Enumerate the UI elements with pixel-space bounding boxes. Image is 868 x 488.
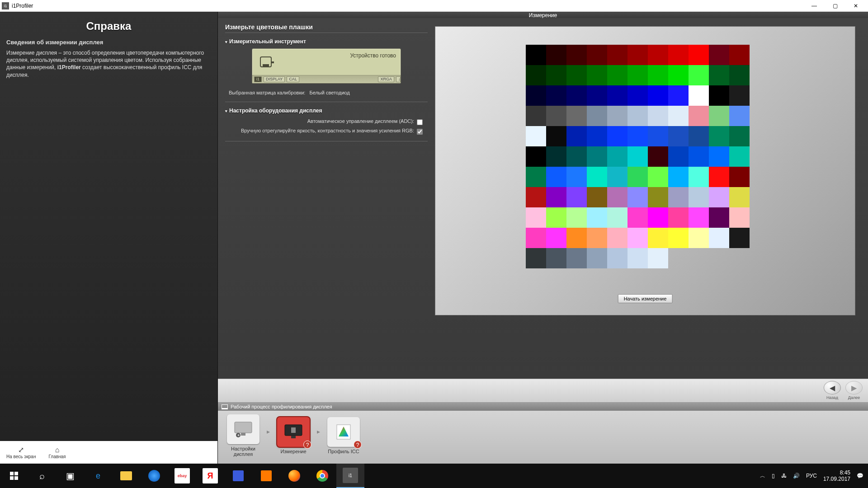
monitor-icon bbox=[222, 404, 228, 409]
color-patch bbox=[566, 228, 587, 248]
floppy-icon bbox=[233, 470, 244, 481]
color-patch bbox=[546, 167, 566, 187]
maximize-button[interactable]: ▢ bbox=[825, 0, 845, 12]
color-patch bbox=[587, 167, 607, 187]
taskbar-yandex[interactable]: Я bbox=[196, 464, 224, 488]
tray-network-icon[interactable]: 🖧 bbox=[781, 473, 787, 479]
tray-battery-icon[interactable]: ▯ bbox=[772, 473, 775, 479]
color-patch bbox=[668, 126, 689, 146]
nav-back-label: Назад bbox=[824, 395, 841, 400]
color-patch bbox=[648, 207, 668, 228]
taskbar-app-blue[interactable] bbox=[140, 464, 168, 488]
color-patch bbox=[526, 248, 546, 268]
workspace: Измерение Измерьте цветовые плашки Измер… bbox=[218, 12, 868, 464]
search-button[interactable]: ⌕ bbox=[28, 464, 56, 488]
tray-chevron-up-icon[interactable]: ︿ bbox=[760, 472, 765, 480]
color-patch bbox=[729, 45, 750, 65]
taskbar-chrome[interactable] bbox=[308, 464, 336, 488]
color-patch bbox=[587, 187, 607, 207]
color-patch bbox=[668, 45, 689, 65]
taskbar-ebay[interactable]: ebay bbox=[168, 464, 196, 488]
color-patch bbox=[709, 45, 729, 65]
device-status-text: Устройство готово bbox=[350, 52, 396, 59]
taskbar-firefox[interactable] bbox=[280, 464, 308, 488]
help-panel: Справка Сведения об измерении дисплея Из… bbox=[0, 12, 218, 464]
chevron-right-icon: ▸ bbox=[317, 428, 320, 435]
color-patch bbox=[648, 167, 668, 187]
tray-language[interactable]: РУС bbox=[806, 473, 817, 479]
color-patch bbox=[607, 126, 627, 146]
tray-clock[interactable]: 8:45 17.09.2017 bbox=[823, 469, 850, 483]
start-measurement-button[interactable]: Начать измерение bbox=[618, 294, 673, 303]
section-hardware-header[interactable]: Настройка оборудования дисплея bbox=[225, 108, 428, 114]
color-patch bbox=[648, 65, 668, 85]
color-patch bbox=[668, 207, 689, 228]
section-hardware: Настройка оборудования дисплея Автоматич… bbox=[225, 108, 428, 141]
taskbar-save[interactable] bbox=[224, 464, 252, 488]
color-patch bbox=[566, 126, 587, 146]
color-patch bbox=[587, 228, 607, 248]
fullscreen-icon: ⤢ bbox=[6, 446, 36, 454]
taskview-button[interactable]: ▣ bbox=[56, 464, 84, 488]
color-patch bbox=[648, 228, 668, 248]
nav-area: ◀ Назад ▶ Далее bbox=[218, 379, 868, 402]
color-patch bbox=[526, 228, 546, 248]
warning-badge-icon: ? bbox=[354, 441, 362, 449]
start-button[interactable] bbox=[0, 464, 28, 488]
color-patch bbox=[709, 126, 729, 146]
fullscreen-button[interactable]: ⤢ На весь экран bbox=[0, 444, 42, 461]
color-patch bbox=[627, 106, 648, 126]
color-patch bbox=[607, 85, 627, 106]
color-patch bbox=[668, 228, 689, 248]
color-patch bbox=[607, 65, 627, 85]
ebay-icon: ebay bbox=[175, 468, 190, 483]
color-patch bbox=[729, 146, 750, 167]
home-button[interactable]: ⌂ Главная bbox=[42, 444, 72, 461]
nav-next-button[interactable]: ▶ bbox=[845, 381, 863, 394]
color-patch bbox=[546, 146, 566, 167]
color-patch bbox=[607, 167, 627, 187]
svg-rect-9 bbox=[291, 436, 296, 438]
workflow-step3-label: Профиль ICC bbox=[324, 449, 363, 454]
workflow-step-measurement[interactable]: ? Измерение bbox=[274, 417, 313, 454]
color-patch bbox=[526, 106, 546, 126]
color-patch bbox=[627, 146, 648, 167]
color-patch bbox=[546, 106, 566, 126]
option-manual-checkbox[interactable] bbox=[417, 129, 423, 135]
workflow-step-display-settings[interactable]: ☀ Настройки дисплея bbox=[223, 414, 263, 457]
color-patch bbox=[668, 187, 689, 207]
svg-rect-4 bbox=[241, 433, 245, 436]
tray-volume-icon[interactable]: 🔊 bbox=[793, 473, 800, 479]
section-instrument-header[interactable]: Измерительный инструмент bbox=[225, 38, 428, 45]
color-patch bbox=[546, 85, 566, 106]
close-button[interactable]: ✕ bbox=[845, 0, 866, 12]
color-patch bbox=[526, 167, 546, 187]
taskbar-explorer[interactable] bbox=[112, 464, 140, 488]
color-patch bbox=[546, 45, 566, 65]
taskbar-edge[interactable]: e bbox=[84, 464, 112, 488]
color-patch bbox=[689, 65, 709, 85]
option-adc-checkbox[interactable] bbox=[417, 119, 423, 125]
color-patch bbox=[546, 126, 566, 146]
workflow-step-icc-profile[interactable]: ? Профиль ICC bbox=[324, 417, 363, 454]
color-patch bbox=[587, 248, 607, 268]
taskbar-i1profiler[interactable]: i1 bbox=[336, 464, 364, 488]
workflow-step1-label: Настройки дисплея bbox=[223, 446, 263, 457]
color-patch bbox=[526, 126, 546, 146]
color-patch bbox=[627, 228, 648, 248]
color-patch bbox=[668, 146, 689, 167]
svg-rect-1 bbox=[263, 64, 269, 67]
color-patch bbox=[607, 45, 627, 65]
settings-column: Измерьте цветовые плашки Измерительный и… bbox=[218, 18, 435, 379]
nav-back-button[interactable]: ◀ bbox=[824, 381, 841, 394]
minimize-button[interactable]: — bbox=[804, 0, 825, 12]
tray-notifications-icon[interactable]: 💬 bbox=[857, 473, 863, 479]
color-patch-grid bbox=[526, 45, 751, 268]
color-patch bbox=[627, 65, 648, 85]
color-patch bbox=[566, 65, 587, 85]
color-patch bbox=[648, 106, 668, 126]
section-instrument: Измерительный инструмент Устройство гото… bbox=[225, 38, 428, 102]
color-patch bbox=[566, 248, 587, 268]
color-patch bbox=[709, 146, 729, 167]
taskbar-app-orange[interactable] bbox=[252, 464, 280, 488]
